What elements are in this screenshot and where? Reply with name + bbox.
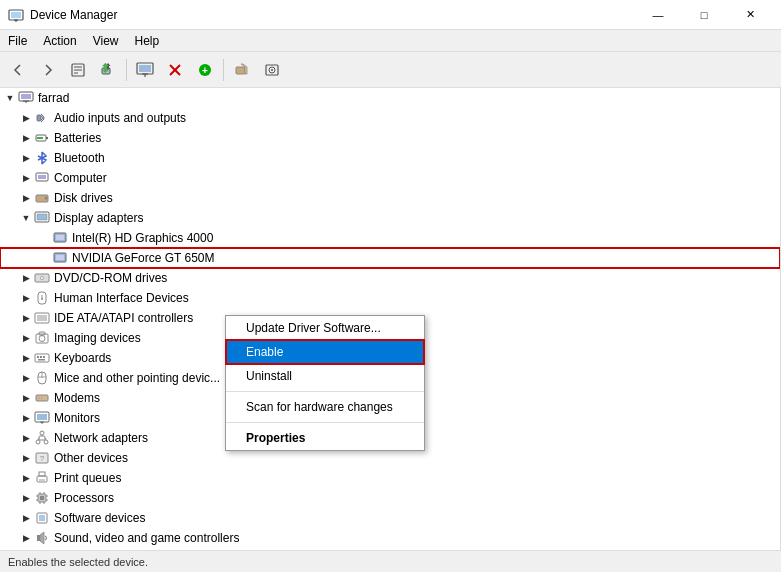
svg-point-43	[41, 277, 43, 279]
properties-icon	[70, 62, 86, 78]
menu-view[interactable]: View	[85, 32, 127, 50]
print-label: Print queues	[54, 471, 121, 485]
tree-item-hid[interactable]: ▶ Human Interface Devices	[0, 288, 780, 308]
display-button[interactable]	[131, 56, 159, 84]
svg-rect-54	[40, 356, 42, 358]
network-icon	[34, 430, 50, 446]
title-bar-left: Device Manager	[8, 7, 117, 23]
svg-rect-38	[56, 235, 64, 240]
imaging-icon	[34, 330, 50, 346]
tree-item-bluetooth[interactable]: ▶ Bluetooth	[0, 148, 780, 168]
display-label: Display adapters	[54, 211, 143, 225]
tree-item-other[interactable]: ▶ ? Other devices	[0, 448, 780, 468]
svg-rect-80	[40, 496, 44, 500]
svg-point-62	[41, 397, 43, 399]
svg-point-69	[44, 440, 48, 444]
uninstall-icon	[234, 62, 250, 78]
display-expand-icon: ▼	[18, 210, 34, 226]
tree-item-print[interactable]: ▶ Print queues	[0, 468, 780, 488]
ide-icon	[34, 310, 50, 326]
svg-rect-67	[39, 436, 45, 440]
tree-root[interactable]: ▼ farrad	[0, 88, 780, 108]
processor-icon	[34, 490, 50, 506]
ctx-update-driver[interactable]: Update Driver Software...	[226, 316, 424, 340]
disable-button[interactable]	[161, 56, 189, 84]
update-driver-button[interactable]	[94, 56, 122, 84]
menu-help[interactable]: Help	[127, 32, 168, 50]
keyboard-icon	[34, 350, 50, 366]
disk-expand-icon: ▶	[18, 190, 34, 206]
svg-rect-40	[56, 255, 64, 260]
close-button[interactable]: ✕	[727, 0, 773, 30]
tree-item-sound[interactable]: ▶ Sound, video and game controllers	[0, 528, 780, 548]
bluetooth-icon	[34, 150, 50, 166]
other-label: Other devices	[54, 451, 128, 465]
mouse-icon	[34, 370, 50, 386]
enable-button[interactable]: +	[191, 56, 219, 84]
tree-item-nvidia-gpu[interactable]: NVIDIA GeForce GT 650M	[0, 248, 780, 268]
software-expand-icon: ▶	[18, 510, 34, 526]
svg-rect-36	[37, 214, 47, 220]
tree-panel[interactable]: ▼ farrad ▶ Audio inputs a	[0, 88, 781, 550]
toolbar-separator-2	[223, 59, 224, 81]
audio-icon	[34, 110, 50, 126]
tree-item-audio[interactable]: ▶ Audio inputs and outputs	[0, 108, 780, 128]
disk-label: Disk drives	[54, 191, 113, 205]
dvd-label: DVD/CD-ROM drives	[54, 271, 167, 285]
svg-rect-29	[46, 137, 48, 139]
computer-expand-icon: ▶	[18, 170, 34, 186]
svg-rect-28	[37, 137, 43, 139]
nvidia-label: NVIDIA GeForce GT 650M	[72, 251, 215, 265]
keyboards-expand-icon: ▶	[18, 350, 34, 366]
ide-expand-icon: ▶	[18, 310, 34, 326]
svg-point-61	[38, 397, 40, 399]
tree-item-batteries[interactable]: ▶ Batteries	[0, 128, 780, 148]
tree-item-processors[interactable]: ▶ Processors	[0, 488, 780, 508]
mice-expand-icon: ▶	[18, 370, 34, 386]
nvidia-gpu-icon	[52, 250, 68, 266]
uninstall-button[interactable]	[228, 56, 256, 84]
minimize-button[interactable]: —	[635, 0, 681, 30]
bluetooth-label: Bluetooth	[54, 151, 105, 165]
print-expand-icon: ▶	[18, 470, 34, 486]
maximize-button[interactable]: □	[681, 0, 727, 30]
svg-text:+: +	[202, 65, 208, 76]
ctx-properties[interactable]: Properties	[226, 426, 424, 450]
tree-item-storage[interactable]: ▶ Storage controllers	[0, 548, 780, 550]
intel-label: Intel(R) HD Graphics 4000	[72, 231, 213, 245]
forward-icon	[40, 62, 56, 78]
ctx-scan[interactable]: Scan for hardware changes	[226, 395, 424, 419]
tree-item-disk[interactable]: ▶ Disk drives	[0, 188, 780, 208]
menu-action[interactable]: Action	[35, 32, 84, 50]
ctx-enable[interactable]: Enable	[226, 340, 424, 364]
ctx-uninstall[interactable]: Uninstall	[226, 364, 424, 388]
dvd-expand-icon: ▶	[18, 270, 34, 286]
svg-rect-91	[37, 535, 40, 541]
forward-button[interactable]	[34, 56, 62, 84]
ide-label: IDE ATA/ATAPI controllers	[54, 311, 193, 325]
tree-item-computer[interactable]: ▶ Computer	[0, 168, 780, 188]
software-icon	[34, 510, 50, 526]
svg-rect-64	[37, 414, 47, 420]
svg-point-68	[36, 440, 40, 444]
update-driver-icon	[100, 62, 116, 78]
batteries-label: Batteries	[54, 131, 101, 145]
sound-label: Sound, video and game controllers	[54, 531, 239, 545]
back-button[interactable]	[4, 56, 32, 84]
tree-item-software[interactable]: ▶ Software devices	[0, 508, 780, 528]
svg-rect-55	[43, 356, 45, 358]
tree-item-display[interactable]: ▼ Display adapters	[0, 208, 780, 228]
other-icon: ?	[34, 450, 50, 466]
sound-expand-icon: ▶	[18, 530, 34, 546]
processors-label: Processors	[54, 491, 114, 505]
tree-item-dvd[interactable]: ▶ DVD/CD-ROM drives	[0, 268, 780, 288]
monitors-expand-icon: ▶	[18, 410, 34, 426]
properties-button[interactable]	[64, 56, 92, 84]
svg-rect-78	[39, 479, 45, 481]
menu-file[interactable]: File	[0, 32, 35, 50]
sound-icon	[34, 530, 50, 546]
display-folder-icon	[34, 210, 50, 226]
tree-item-intel-gpu[interactable]: Intel(R) HD Graphics 4000	[0, 228, 780, 248]
svg-rect-11	[139, 65, 151, 72]
scan-button[interactable]	[258, 56, 286, 84]
